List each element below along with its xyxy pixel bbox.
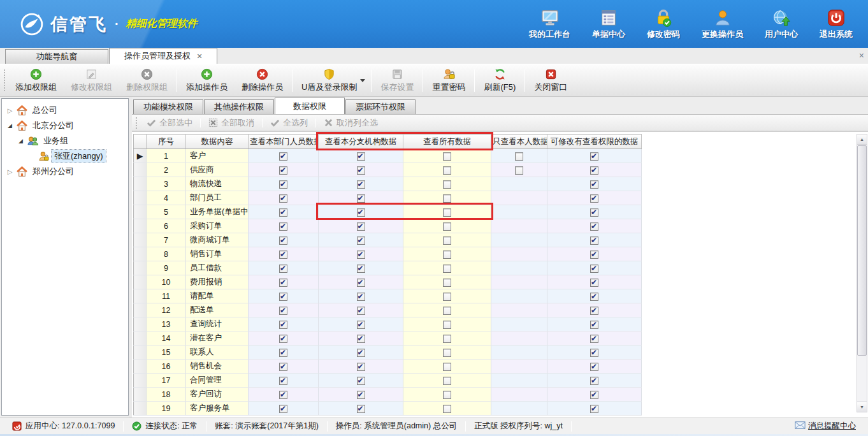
permission-checkbox[interactable] [357,152,365,161]
change-password-button[interactable]: 修改密码 [647,8,680,40]
permission-checkbox[interactable] [279,405,287,413]
permission-checkbox[interactable] [443,279,451,287]
row-selector-cell[interactable] [134,360,147,374]
tree-expander-icon[interactable]: ▷ [6,168,14,175]
permission-checkbox[interactable] [279,279,287,287]
permission-checkbox[interactable] [443,335,451,343]
row-selector-cell[interactable] [134,289,147,303]
tree-head-office[interactable]: ▷总公司 [2,103,128,118]
permission-checkbox[interactable] [357,265,365,273]
add-operator-button[interactable]: 添加操作员 [179,66,235,95]
col-view-all-data[interactable]: 查看所有数据 [403,134,491,149]
permission-checkbox[interactable] [279,152,287,161]
permission-checkbox[interactable] [590,236,598,245]
row-selector-cell[interactable] [134,247,147,261]
permission-checkbox[interactable] [443,293,451,301]
permission-checkbox[interactable] [590,279,598,287]
permission-checkbox[interactable] [357,208,365,217]
permission-checkbox[interactable] [279,222,287,231]
tab-operator-management[interactable]: 操作员管理及授权× [109,48,217,64]
permission-checkbox[interactable] [357,251,365,259]
permission-checkbox[interactable] [590,222,598,231]
tab-other-operation-perm[interactable]: 其他操作权限 [204,99,274,114]
permission-checkbox[interactable] [590,251,598,259]
my-workbench-button[interactable]: 我的工作台 [529,8,570,40]
row-selector-cell[interactable] [134,205,147,219]
exit-system-button[interactable]: 退出系统 [820,8,853,40]
permission-checkbox[interactable] [357,293,365,301]
permission-checkbox[interactable] [443,265,451,273]
permission-checkbox[interactable] [357,377,365,385]
col-index[interactable]: 序号 [147,134,186,149]
permission-checkbox[interactable] [279,251,287,259]
permission-checkbox[interactable] [590,307,598,315]
permission-checkbox[interactable] [357,335,365,343]
row-selector-cell[interactable] [134,374,147,388]
permission-checkbox[interactable] [443,222,451,231]
close-window-button[interactable]: 关闭窗口 [527,66,574,95]
row-selector-cell[interactable] [134,163,147,177]
permission-checkbox[interactable] [590,321,598,329]
permission-checkbox[interactable] [357,222,365,231]
permission-checkbox[interactable] [443,236,451,245]
permission-checkbox[interactable] [443,405,451,413]
permission-checkbox[interactable] [357,363,365,371]
permission-checkbox[interactable] [590,363,598,371]
vertical-scrollbar[interactable]: ▲ ▼ [857,134,867,412]
permission-checkbox[interactable] [357,307,365,315]
col-view-own-data[interactable]: 只查看本人数据 [491,134,547,149]
permission-checkbox[interactable] [590,335,598,343]
permission-checkbox[interactable] [443,321,451,329]
permission-checkbox[interactable] [279,349,287,357]
tab-data-perm[interactable]: 数据权限 [275,98,345,114]
permission-checkbox[interactable] [590,194,598,203]
tree-beijing-branch[interactable]: ◢北京分公司 [2,118,128,133]
message-center-link[interactable]: 消息提醒中心 [786,421,864,432]
permission-checkbox[interactable] [443,180,451,189]
permission-checkbox[interactable] [279,321,287,329]
tree-zhengzhou-branch[interactable]: ▷郑州分公司 [2,164,128,179]
permission-checkbox[interactable] [443,152,451,161]
permission-checkbox[interactable] [279,363,287,371]
permission-checkbox[interactable] [279,293,287,301]
document-center-button[interactable]: 单据中心 [592,8,625,40]
permission-checkbox[interactable] [443,391,451,399]
permission-checkbox[interactable] [279,208,287,217]
row-selector-cell[interactable] [134,345,147,360]
permission-checkbox[interactable] [590,391,598,399]
permission-checkbox[interactable] [279,194,287,203]
switch-operator-button[interactable]: 更换操作员 [702,8,743,40]
user-center-button[interactable]: 用户中心 [765,8,798,40]
row-selector-cell[interactable] [134,219,147,233]
permission-checkbox[interactable] [357,180,365,189]
permission-checkbox[interactable] [443,349,451,357]
add-permission-group-button[interactable]: 添加权限组 [8,66,64,95]
col-modify-viewable-data[interactable]: 可修改有查看权限的数据 [547,134,642,149]
row-selector-cell[interactable] [134,191,147,205]
permission-checkbox[interactable] [443,194,451,203]
permission-checkbox[interactable] [357,279,365,287]
row-selector-cell[interactable] [134,275,147,289]
row-selector-cell[interactable] [134,177,147,191]
scrollbar-thumb[interactable] [857,145,867,356]
permission-checkbox[interactable] [515,166,523,175]
permission-checkbox[interactable] [279,265,287,273]
dropdown-caret-icon[interactable] [360,78,369,82]
permission-checkbox[interactable] [590,166,598,175]
permission-checkbox[interactable] [443,166,451,175]
permission-checkbox[interactable] [443,208,451,217]
permission-checkbox[interactable] [279,180,287,189]
permission-checkbox[interactable] [279,377,287,385]
row-selector-cell[interactable] [134,402,147,416]
row-selector-cell[interactable] [134,388,147,402]
tree-operator-zhangy[interactable]: 张亚(zhangy) [2,149,128,164]
permission-checkbox[interactable] [443,307,451,315]
tab-close-icon[interactable]: × [197,52,202,61]
col-row-selector[interactable] [134,134,147,149]
scrollbar-up-arrow-icon[interactable]: ▲ [857,134,867,145]
permission-checkbox[interactable] [357,349,365,357]
permission-checkbox[interactable] [443,251,451,259]
permission-checkbox[interactable] [590,152,598,161]
permission-checkbox[interactable] [357,405,365,413]
permission-checkbox[interactable] [357,236,365,245]
